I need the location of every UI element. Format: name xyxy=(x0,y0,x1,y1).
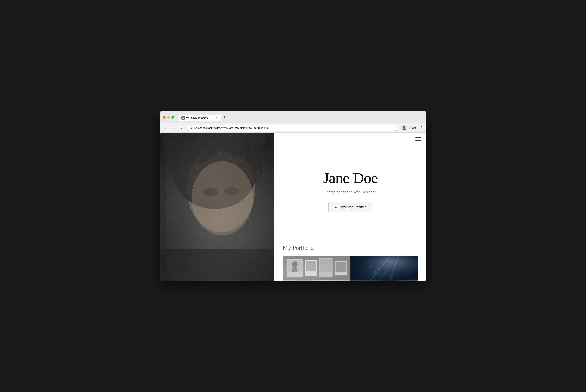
traffic-lights xyxy=(163,116,174,119)
portfolio-image-2 xyxy=(350,256,418,281)
minimize-window-button[interactable] xyxy=(167,116,170,119)
svg-point-2 xyxy=(172,133,257,209)
svg-point-22 xyxy=(292,262,297,268)
svg-point-1 xyxy=(187,148,255,232)
svg-point-33 xyxy=(370,266,371,267)
profile-area: 👤 Guest xyxy=(401,125,416,131)
portfolio-section-title: My Portfolio xyxy=(283,244,418,251)
tab-title: W3.CSS Template xyxy=(186,116,213,120)
svg-point-30 xyxy=(374,272,375,273)
browser-tab-active[interactable]: W W3.CSS Template × xyxy=(178,115,221,121)
svg-rect-11 xyxy=(160,249,274,281)
svg-point-32 xyxy=(382,264,383,265)
svg-rect-20 xyxy=(335,261,347,275)
svg-rect-0 xyxy=(160,133,274,281)
svg-rect-24 xyxy=(350,256,418,280)
url-bar[interactable]: 🔒 w3schools.com/w3css/tryw3css_templates… xyxy=(187,125,397,131)
svg-rect-19 xyxy=(319,259,331,272)
address-bar: ‹ › ↻ 🔒 w3schools.com/w3css/tryw3css_tem… xyxy=(159,123,427,133)
svg-point-4 xyxy=(203,188,218,196)
content-area: Jane Doe Photographer and Web Designer. … xyxy=(274,133,427,281)
lock-icon: 🔒 xyxy=(190,126,193,129)
new-tab-button[interactable]: + xyxy=(221,114,228,121)
svg-line-29 xyxy=(366,256,386,280)
svg-rect-15 xyxy=(288,260,302,272)
svg-rect-14 xyxy=(287,259,303,277)
svg-rect-10 xyxy=(160,133,274,281)
profile-icon[interactable]: 👤 xyxy=(401,125,407,131)
svg-point-31 xyxy=(378,268,379,269)
title-bar: W W3.CSS Template × + ⌄ xyxy=(159,111,427,123)
site-content: Jane Doe Photographer and Web Designer. … xyxy=(159,133,427,281)
svg-point-8 xyxy=(227,199,228,200)
svg-point-7 xyxy=(223,196,223,197)
portfolio-item-1[interactable] xyxy=(283,256,350,281)
hamburger-line-1 xyxy=(416,137,421,138)
photo-background xyxy=(159,133,274,281)
forward-button[interactable]: › xyxy=(170,125,176,131)
browser-menu-button[interactable]: ⋮ xyxy=(420,126,424,130)
reload-button[interactable]: ↻ xyxy=(179,125,184,131)
tabs-row: W W3.CSS Template × + xyxy=(178,114,419,121)
download-resume-label: Download Resume xyxy=(339,205,366,209)
url-text: w3schools.com/w3css/tryw3css_templates_b… xyxy=(195,126,269,130)
hamburger-menu-button[interactable] xyxy=(416,137,421,141)
hamburger-line-3 xyxy=(416,140,421,141)
hero-subtitle: Photographer and Web Designer. xyxy=(324,190,377,194)
portfolio-grid xyxy=(283,256,418,281)
browser-window: W W3.CSS Template × + ⌄ ‹ › ↻ 🔒 w3school… xyxy=(159,111,427,281)
svg-point-6 xyxy=(216,198,217,199)
svg-rect-23 xyxy=(292,268,297,272)
window-controls-end: ⌄ xyxy=(420,114,423,120)
svg-rect-18 xyxy=(319,258,333,277)
svg-rect-17 xyxy=(306,261,316,271)
svg-rect-12 xyxy=(160,133,166,281)
svg-rect-25 xyxy=(350,256,418,280)
svg-point-34 xyxy=(386,274,387,274)
portfolio-image-1 xyxy=(283,256,350,281)
tab-close-button[interactable]: × xyxy=(214,116,218,120)
portrait-svg xyxy=(159,133,274,281)
close-window-button[interactable] xyxy=(163,116,166,119)
download-resume-button[interactable]: ⬇ Download Resume xyxy=(328,202,372,212)
svg-line-28 xyxy=(390,256,398,280)
svg-rect-13 xyxy=(283,256,350,280)
hamburger-line-2 xyxy=(416,138,421,139)
hero-name: Jane Doe xyxy=(323,169,378,187)
hero-section: Jane Doe Photographer and Web Designer. … xyxy=(274,133,427,240)
svg-point-5 xyxy=(224,187,239,195)
back-button[interactable]: ‹ xyxy=(162,125,168,131)
chevron-down-icon[interactable]: ⌄ xyxy=(420,114,423,118)
portrait-overlay xyxy=(159,133,274,281)
portrait-photo xyxy=(159,133,274,281)
download-icon: ⬇ xyxy=(335,205,337,209)
portfolio-svg-2 xyxy=(350,256,418,281)
svg-point-9 xyxy=(213,200,214,201)
svg-rect-16 xyxy=(305,260,317,276)
profile-label: Guest xyxy=(409,126,416,130)
portfolio-item-2[interactable] xyxy=(350,256,418,281)
svg-line-27 xyxy=(380,256,394,280)
svg-line-26 xyxy=(370,256,390,280)
tab-favicon: W xyxy=(181,116,185,120)
maximize-window-button[interactable] xyxy=(171,116,174,119)
portfolio-svg-1 xyxy=(283,256,350,281)
svg-rect-21 xyxy=(336,262,347,272)
portfolio-section: My Portfolio xyxy=(274,240,427,281)
svg-point-3 xyxy=(191,161,253,236)
